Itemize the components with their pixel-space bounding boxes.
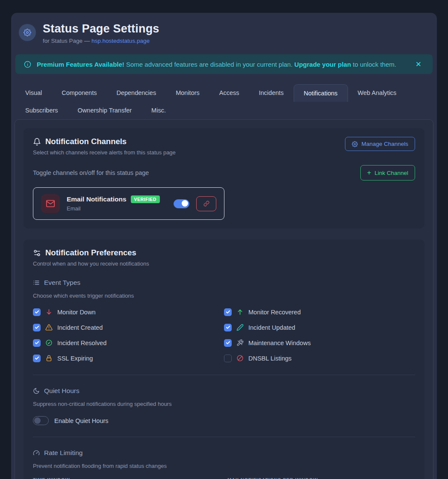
page-header: Status Page Settings for Status Page — h…	[19, 22, 433, 44]
bell-icon	[33, 138, 41, 146]
manage-channels-label: Manage Channels	[361, 141, 408, 147]
status-page-domain-link[interactable]: hsp.hostedstatus.page	[91, 38, 150, 44]
channels-card-title-row: Notification Channels	[33, 137, 176, 146]
checkbox[interactable]	[33, 308, 41, 316]
tab-notifications[interactable]: Notifications	[294, 84, 348, 102]
tab-components[interactable]: Components	[52, 84, 106, 102]
upgrade-plan-link[interactable]: Upgrade your plan	[295, 61, 351, 68]
email-channel-card: Email Notifications VERIFIED Email	[33, 187, 224, 220]
unlink-channel-button[interactable]	[196, 196, 216, 211]
event-types-subtitle: Choose which events trigger notification…	[33, 293, 415, 299]
event-types-grid: Monitor Down Monitor Recovered Incident …	[33, 307, 415, 363]
arrow-down-icon	[45, 308, 53, 316]
page-subtitle: for Status Page — hsp.hostedstatus.page	[43, 38, 159, 44]
tools-icon	[236, 339, 244, 346]
arrow-up-icon	[236, 308, 244, 316]
page-title: Status Page Settings	[43, 22, 159, 35]
notifications-tab-panel: Notification Channels Select which chann…	[15, 119, 433, 479]
pencil-icon	[236, 324, 244, 331]
tab-dependencies[interactable]: Dependencies	[106, 84, 166, 102]
preferences-card-subtitle: Control when and how you receive notific…	[33, 260, 415, 267]
quiet-hours-toggle-label: Enable Quiet Hours	[54, 417, 109, 424]
tab-bar: VisualComponentsDependenciesMonitorsAcce…	[15, 84, 433, 119]
tab-ownership-transfer[interactable]: Ownership Transfer	[68, 102, 142, 119]
checkbox[interactable]	[224, 308, 232, 316]
event-item: Incident Resolved	[33, 338, 224, 348]
checkbox[interactable]	[33, 339, 41, 347]
event-item: Monitor Recovered	[224, 307, 415, 317]
quiet-hours-toggle[interactable]	[33, 416, 49, 425]
quiet-hours-subtitle: Suppress non-critical notifications duri…	[33, 401, 415, 407]
tab-visual[interactable]: Visual	[15, 84, 52, 102]
settings-page: Status Page Settings for Status Page — h…	[11, 13, 437, 479]
warning-triangle-icon	[45, 324, 53, 331]
event-types-heading: Event Types	[33, 279, 415, 287]
gear-icon	[352, 141, 358, 147]
rate-limiting-heading: Rate Limiting	[33, 449, 415, 457]
tab-access[interactable]: Access	[209, 84, 249, 102]
toggle-channels-hint: Toggle channels on/off for this status p…	[33, 169, 149, 176]
tab-incidents[interactable]: Incidents	[249, 84, 294, 102]
info-icon	[24, 61, 31, 68]
tab-web-analytics[interactable]: Web Analytics	[348, 84, 407, 102]
verified-badge: VERIFIED	[131, 195, 160, 203]
channel-type: Email	[67, 205, 167, 212]
checkbox[interactable]	[33, 355, 41, 362]
max-notifications-label: MAX NOTIFICATIONS PER WINDOW	[227, 477, 415, 479]
plus-icon: +	[367, 169, 371, 177]
checkbox[interactable]	[33, 324, 41, 331]
notification-channels-card: Notification Channels Select which chann…	[24, 128, 424, 228]
check-circle-icon	[45, 339, 53, 346]
banner-close-icon[interactable]: ✕	[413, 58, 424, 71]
lock-icon	[45, 355, 53, 362]
tab-monitors[interactable]: Monitors	[166, 84, 209, 102]
email-icon	[41, 194, 60, 213]
link-icon	[203, 201, 209, 207]
checkbox[interactable]	[224, 324, 232, 331]
event-item: DNSBL Listings	[224, 353, 415, 363]
time-window-label: TIME WINDOW	[33, 477, 221, 479]
quiet-hours-heading: Quiet Hours	[33, 387, 415, 395]
gear-icon	[19, 24, 36, 41]
ban-icon	[236, 355, 244, 362]
gauge-icon	[33, 449, 40, 456]
channels-card-subtitle: Select which channels receive alerts fro…	[33, 149, 176, 156]
checkbox[interactable]	[224, 339, 232, 347]
event-item: Monitor Down	[33, 307, 224, 317]
tab-subscribers[interactable]: Subscribers	[15, 102, 68, 119]
banner-message: Premium Features Available! Some advance…	[37, 61, 396, 68]
channels-card-title: Notification Channels	[45, 137, 127, 146]
premium-banner: Premium Features Available! Some advance…	[15, 54, 433, 74]
link-channel-button[interactable]: + Link Channel	[360, 165, 415, 180]
list-icon	[33, 279, 40, 286]
preferences-card-title: Notification Preferences	[45, 248, 136, 257]
link-channel-label: Link Channel	[374, 170, 408, 176]
sliders-icon	[33, 249, 41, 257]
channel-name: Email Notifications	[67, 195, 127, 203]
manage-channels-button[interactable]: Manage Channels	[345, 137, 415, 151]
tab-misc[interactable]: Misc.	[141, 102, 176, 119]
event-item: Incident Updated	[224, 322, 415, 332]
notification-preferences-card: Notification Preferences Control when an…	[24, 240, 424, 479]
email-channel-toggle[interactable]	[174, 199, 189, 208]
rate-limiting-subtitle: Prevent notification flooding from rapid…	[33, 463, 415, 469]
checkbox[interactable]	[224, 355, 232, 362]
event-item: Maintenance Windows	[224, 338, 415, 348]
event-item: Incident Created	[33, 322, 224, 332]
section-divider	[33, 375, 415, 375]
event-item: SSL Expiring	[33, 353, 224, 363]
preferences-card-title-row: Notification Preferences	[33, 248, 415, 257]
section-divider	[33, 437, 415, 437]
moon-icon	[33, 387, 40, 394]
